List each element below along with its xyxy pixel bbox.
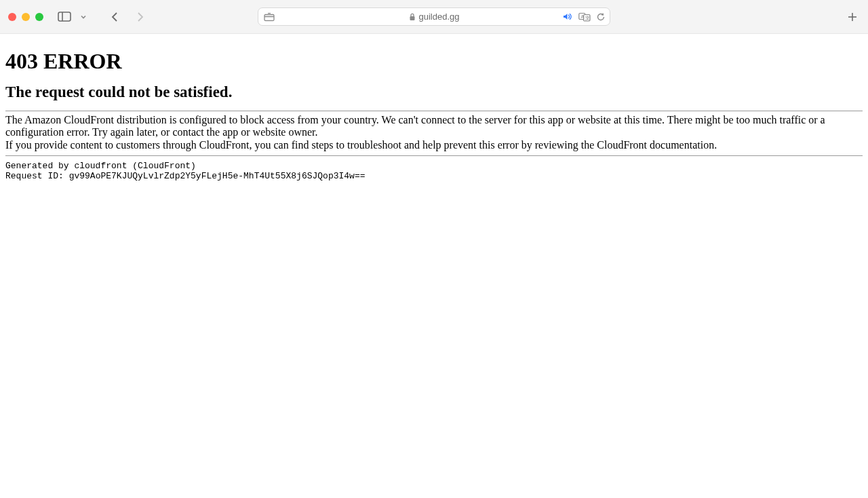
svg-rect-2 bbox=[264, 14, 274, 20]
divider bbox=[5, 155, 863, 156]
window-controls bbox=[8, 13, 43, 21]
svg-rect-0 bbox=[58, 12, 71, 21]
svg-text:A: A bbox=[580, 14, 584, 18]
error-trace: Generated by cloudfront (CloudFront) Req… bbox=[5, 161, 863, 182]
tab-group-menu-chevron-icon[interactable] bbox=[76, 9, 91, 24]
reload-button[interactable] bbox=[596, 12, 606, 22]
address-bar-url: guilded.gg bbox=[419, 12, 460, 22]
back-button[interactable] bbox=[107, 9, 122, 24]
error-paragraph-1: The Amazon CloudFront distribution is co… bbox=[5, 114, 863, 138]
close-window-button[interactable] bbox=[8, 13, 16, 21]
minimize-window-button[interactable] bbox=[22, 13, 30, 21]
error-paragraph-2: If you provide content to customers thro… bbox=[5, 139, 863, 151]
navigation-buttons bbox=[107, 9, 148, 24]
divider bbox=[5, 111, 863, 111]
new-tab-button[interactable] bbox=[845, 9, 860, 24]
fullscreen-window-button[interactable] bbox=[35, 13, 43, 21]
browser-toolbar: guilded.gg A 文 bbox=[0, 0, 868, 34]
page-content: 403 ERROR The request could not be satis… bbox=[0, 34, 868, 187]
website-settings-icon[interactable] bbox=[264, 12, 275, 21]
address-bar[interactable]: guilded.gg A 文 bbox=[258, 7, 610, 26]
error-title: 403 ERROR bbox=[5, 49, 863, 74]
svg-text:文: 文 bbox=[585, 16, 590, 20]
lock-icon bbox=[409, 13, 416, 21]
sidebar-toggle-button[interactable] bbox=[57, 9, 72, 24]
forward-button[interactable] bbox=[133, 9, 148, 24]
svg-rect-5 bbox=[410, 16, 414, 20]
audio-playing-icon[interactable] bbox=[563, 12, 573, 21]
error-subtitle: The request could not be satisfied. bbox=[5, 83, 863, 101]
translate-icon[interactable]: A 文 bbox=[578, 12, 591, 22]
